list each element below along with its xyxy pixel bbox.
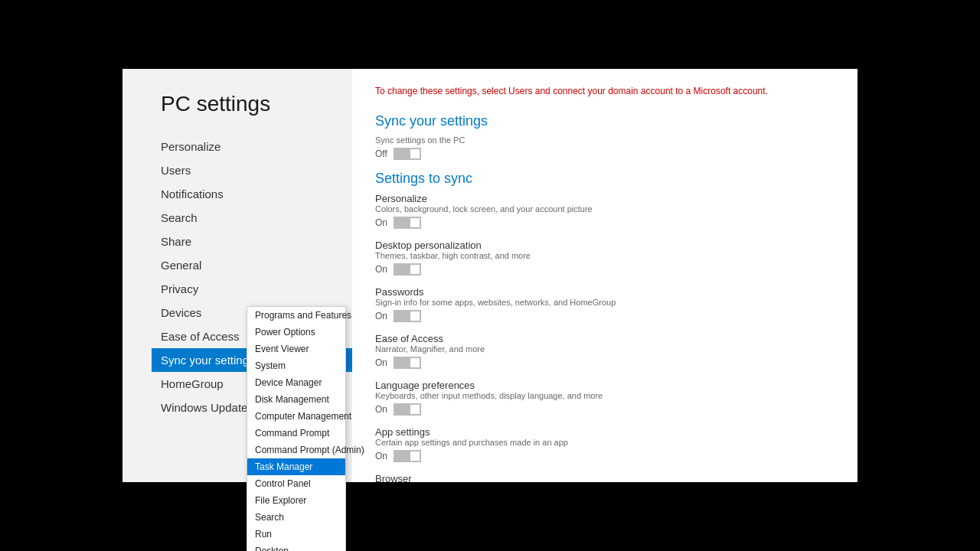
notice-text: To change these settings, select Users a… (375, 84, 835, 98)
setting-ease-of-access-name: Ease of Access (375, 333, 835, 344)
setting-passwords-toggle[interactable] (394, 310, 421, 322)
nav-item-search[interactable]: Search (161, 206, 352, 230)
nav-item-personalize[interactable]: Personalize (161, 135, 352, 158)
nav-item-notifications[interactable]: Notifications (161, 182, 352, 206)
setting-ease-of-access-toggle-label: On (375, 357, 387, 368)
nav-item-general[interactable]: General (161, 253, 352, 277)
context-menu-item-run[interactable]: Run (247, 526, 345, 543)
main-content: To change these settings, select Users a… (352, 69, 858, 482)
setting-desktop-personalization-toggle[interactable] (394, 263, 421, 276)
sync-on-pc-row: Sync settings on the PC Off (375, 135, 835, 160)
setting-personalize-name: Personalize (375, 193, 835, 204)
nav-item-share[interactable]: Share (161, 230, 352, 253)
app-title: PC settings (161, 92, 352, 116)
setting-passwords-desc: Sign-in info for some apps, websites, ne… (375, 298, 835, 307)
setting-language-preferences-toggle[interactable] (394, 403, 421, 416)
setting-desktop-personalization: Desktop personalization Themes, taskbar,… (375, 240, 835, 276)
setting-browser-name: Browser (375, 473, 835, 482)
setting-passwords-name: Passwords (375, 286, 835, 298)
setting-app-settings-toggle-label: On (375, 451, 387, 461)
setting-personalize-toggle-label: On (375, 217, 387, 228)
context-menu-item-power[interactable]: Power Options (247, 324, 345, 341)
setting-app-settings-desc: Certain app settings and purchases made … (375, 438, 835, 447)
setting-browser: Browser Settings and info like history a… (375, 473, 835, 482)
context-menu-item-system[interactable]: System (247, 357, 345, 374)
nav-item-privacy[interactable]: Privacy (161, 277, 352, 301)
context-menu: Programs and Features Power Options Even… (247, 306, 346, 551)
setting-ease-of-access-desc: Narrator, Magnifier, and more (375, 344, 835, 354)
context-menu-item-control-panel[interactable]: Control Panel (247, 475, 345, 492)
setting-language-preferences: Language preferences Keyboards, other in… (375, 380, 835, 416)
context-menu-item-command-prompt[interactable]: Command Prompt (247, 425, 345, 442)
context-menu-item-desktop[interactable]: Desktop (247, 543, 345, 551)
context-menu-item-disk-management[interactable]: Disk Management (247, 391, 345, 408)
setting-language-preferences-toggle-label: On (375, 404, 387, 415)
setting-desktop-personalization-desc: Themes, taskbar, high contrast, and more (375, 251, 835, 260)
setting-language-preferences-desc: Keyboards, other input methods, display … (375, 391, 835, 400)
context-menu-item-task-manager[interactable]: Task Manager (247, 458, 345, 475)
context-menu-item-programs[interactable]: Programs and Features (247, 307, 345, 324)
context-menu-item-search[interactable]: Search (247, 509, 345, 526)
setting-app-settings: App settings Certain app settings and pu… (375, 426, 835, 462)
setting-ease-of-access: Ease of Access Narrator, Magnifier, and … (375, 333, 835, 369)
sync-on-pc-toggle-row: Off (375, 148, 835, 160)
sync-on-pc-label: Sync settings on the PC (375, 135, 835, 145)
context-menu-item-file-explorer[interactable]: File Explorer (247, 492, 345, 509)
setting-desktop-personalization-toggle-label: On (375, 264, 387, 275)
settings-to-sync-title: Settings to sync (375, 171, 835, 187)
context-menu-item-command-prompt-admin[interactable]: Command Prompt (Admin) (247, 442, 345, 458)
setting-personalize: Personalize Colors, background, lock scr… (375, 193, 835, 229)
sync-section-title: Sync your settings (375, 113, 835, 129)
setting-personalize-toggle[interactable] (394, 217, 421, 229)
sync-on-pc-toggle[interactable] (394, 148, 421, 160)
setting-passwords: Passwords Sign-in info for some apps, we… (375, 286, 835, 322)
sync-on-pc-toggle-label: Off (375, 148, 387, 159)
context-menu-item-event-viewer[interactable]: Event Viewer (247, 341, 345, 357)
setting-app-settings-toggle[interactable] (394, 450, 421, 462)
setting-personalize-desc: Colors, background, lock screen, and you… (375, 204, 835, 214)
setting-ease-of-access-toggle[interactable] (394, 357, 421, 369)
context-menu-item-device-manager[interactable]: Device Manager (247, 374, 345, 391)
setting-passwords-toggle-label: On (375, 311, 387, 321)
setting-desktop-personalization-name: Desktop personalization (375, 240, 835, 251)
nav-item-users[interactable]: Users (161, 158, 352, 182)
context-menu-item-computer-management[interactable]: Computer Management (247, 408, 345, 425)
setting-language-preferences-name: Language preferences (375, 380, 835, 391)
setting-app-settings-name: App settings (375, 426, 835, 438)
